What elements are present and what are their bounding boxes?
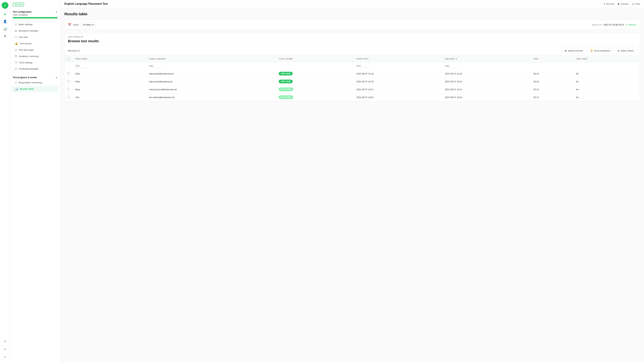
row-checkbox[interactable] (67, 88, 70, 90)
row-checkbox[interactable] (67, 80, 70, 83)
row-email: kate.jones@testportal.net (146, 70, 276, 78)
filter-email-cell[interactable] (146, 62, 276, 70)
header-checkbox-cell (64, 56, 72, 62)
row-end-date: 2021-09-07 16:15 (442, 78, 531, 86)
row-checkbox[interactable] (67, 72, 70, 75)
table-row: Mary mary.johnson@testportal.net 83,3% (… (64, 86, 640, 94)
filter-first-name-input[interactable] (75, 64, 89, 68)
col-end-date[interactable]: END DATE ▼ (442, 56, 531, 62)
sidebar-item-label: Grading & summary (19, 55, 39, 58)
results-table-icon: 📊 (15, 87, 18, 90)
nav-expand-icon[interactable]: » (2, 353, 8, 360)
dates-dropdown[interactable]: All dates ▾ (80, 22, 96, 27)
print-label: Print (635, 3, 640, 5)
row-checkbox-cell[interactable] (64, 94, 72, 101)
test-progress-toggle-icon[interactable]: ▲ (55, 76, 58, 79)
table-row: Kate kate.jones@testportal.net 100% (6/6… (64, 70, 640, 78)
time-settings-icon: ⏱ (15, 61, 18, 64)
sidebar-item-questions-manager[interactable]: ⊞ Questions manager (12, 28, 59, 34)
nav-help-icon[interactable]: ? (2, 338, 8, 345)
sidebar-item-grading-summary[interactable]: ☰ Grading & summary (12, 53, 59, 59)
respondent-monitoring-icon: ⊙ (15, 81, 17, 84)
delete-icon: 🗑 (564, 50, 567, 52)
preview-button[interactable]: ◉ Preview (618, 2, 628, 5)
row-score: 100% (6/6) (276, 70, 354, 78)
row-email: kate.jones@testportal.pl (146, 78, 276, 86)
row-end-date: 2021-09-07 16:02 (442, 94, 531, 101)
end-date-sort-icon: ▼ (456, 58, 457, 60)
filter-row (64, 62, 640, 70)
test-results-section: TEST RESULTS Browse test results Records… (64, 33, 640, 101)
filter-checkbox-cell (64, 62, 72, 70)
sidebar-item-test-sets[interactable]: ⬡ Test sets (12, 34, 59, 40)
nav-chart-icon[interactable]: 📊 (2, 26, 8, 32)
results-table: FIRST NAME E-MAIL ADDRESS TOTAL SCORE ST… (64, 56, 640, 101)
score-badge: 83,3% (5/6) (279, 88, 293, 91)
sidebar-item-label: Questions manager (18, 30, 38, 32)
row-start-date: 2021-09-07 16:15 (354, 78, 442, 86)
calendar-icon: 📅 (68, 23, 71, 26)
sidebar-item-label: Results table (20, 88, 34, 90)
filter-start-date-cell[interactable] (354, 62, 442, 70)
row-score: 83,3% (5/6) (276, 86, 354, 94)
table-content-button[interactable]: ⊞ Table content (615, 48, 636, 54)
row-checkbox-cell[interactable] (64, 70, 72, 78)
col-cert-sent: CERT. SENT (573, 56, 640, 62)
app-logo[interactable]: ✓ (2, 2, 8, 9)
test-info-label: Test info (606, 3, 614, 5)
row-end-date: 2021-09-07 16:11 (442, 86, 531, 94)
logo-checkmark: ✓ (4, 4, 6, 7)
send-certificates-button[interactable]: 🏆 Send certificates (588, 48, 613, 54)
select-all-checkbox[interactable] (67, 57, 70, 60)
test-info-button[interactable]: ℹ Test info (604, 2, 614, 5)
filter-email-input[interactable] (149, 64, 162, 68)
row-cert-sent: No (573, 94, 640, 101)
row-time: 00:20 (531, 78, 573, 86)
sidebar-item-test-access[interactable]: 🔒 Test access (12, 40, 59, 46)
sidebar-item-certificate-template[interactable]: ☑ Certificate template (12, 66, 59, 72)
filter-end-date-input[interactable] (445, 64, 458, 68)
nav-settings-icon[interactable]: ⚙ (2, 33, 8, 40)
sidebar-item-results-table[interactable]: 📊 Results table (12, 86, 59, 92)
row-start-date: 2021-09-07 16:11 (354, 86, 442, 94)
row-first-name: Kate (72, 78, 146, 86)
delete-selected-button[interactable]: 🗑 Delete selected (562, 48, 586, 54)
refresh-button[interactable]: ↻ Refresh (626, 23, 636, 26)
sidebar-item-label: Time settings (19, 61, 32, 64)
filter-start-date-input[interactable] (356, 64, 370, 68)
data-as-of: Data as of 2022-07-18 06:18:23 ↻ Refresh (592, 23, 636, 26)
col-start-date: START DATE (354, 56, 442, 62)
test-access-icon: 🔒 (15, 42, 18, 45)
test-progress-title: Test progress & results (13, 76, 37, 79)
topbar-title: English Language Placement Test (64, 2, 108, 5)
row-checkbox-cell[interactable] (64, 86, 72, 94)
nav-users-icon[interactable]: 👤 (2, 18, 8, 25)
print-icon: 🖨 (632, 3, 634, 5)
nav-back-icon[interactable]: ↩ (2, 346, 8, 352)
progress-bar-bg (13, 17, 58, 18)
sidebar-item-test-start-page[interactable]: ◎ Test start page (12, 47, 59, 53)
questions-manager-icon: ⊞ (15, 29, 17, 32)
browse-test-results-title: Browse test results (64, 38, 640, 46)
row-email: mary.johnson@testportal.net (146, 86, 276, 94)
topbar-actions: ℹ Test info ◉ Preview 🖨 Print (604, 2, 640, 5)
print-button[interactable]: 🖨 Print (632, 3, 640, 5)
icon-nav: ✓ ⊞ 👤 📊 ⚙ ? ↩ » (0, 0, 10, 362)
data-timestamp: 2022-07-18 06:18:23 (604, 24, 624, 26)
test-start-page-icon: ◎ (15, 48, 17, 52)
col-time: TIME (531, 56, 573, 62)
row-checkbox[interactable] (67, 96, 70, 98)
sidebar-item-time-settings[interactable]: ⏱ Time settings (12, 60, 59, 66)
filter-first-name-cell[interactable] (72, 62, 146, 70)
sidebar-item-basic-settings[interactable]: ⊙ Basic settings (12, 21, 59, 28)
toolbar-actions: 🗑 Delete selected 🏆 Send certificates ⊞ … (560, 48, 636, 54)
nav-grid-icon[interactable]: ⊞ (2, 11, 8, 18)
main-content: English Language Placement Test ℹ Test i… (60, 0, 644, 362)
progress-label: 100% completed (13, 14, 58, 16)
row-start-date: 2021-09-07 16:18 (354, 70, 442, 78)
test-config-toggle-icon[interactable]: ▲ (55, 10, 58, 13)
filter-end-date-cell[interactable] (442, 62, 531, 70)
row-checkbox-cell[interactable] (64, 78, 72, 86)
sidebar-item-label: Test access (20, 42, 32, 45)
sidebar-item-respondent-monitoring[interactable]: ⊙ Respondent monitoring (12, 80, 59, 86)
